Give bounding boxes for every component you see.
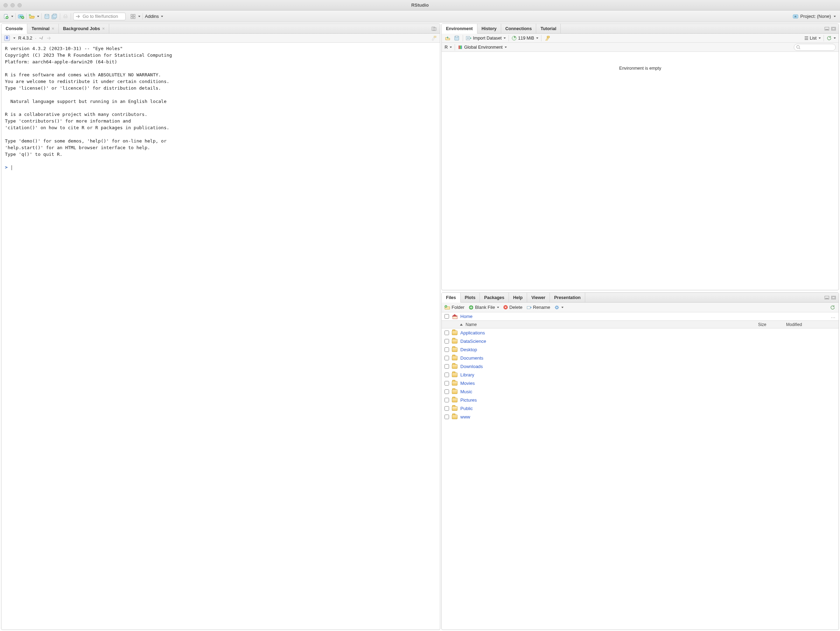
delete-button[interactable]: Delete bbox=[503, 305, 523, 310]
window-minimize-button[interactable] bbox=[11, 3, 15, 7]
panel-popout-icon[interactable] bbox=[431, 25, 437, 32]
file-checkbox[interactable] bbox=[445, 356, 449, 360]
text-cursor bbox=[11, 165, 12, 170]
env-scope-bar: R Global Environment bbox=[442, 43, 838, 52]
save-button[interactable] bbox=[44, 13, 50, 20]
file-name-link[interactable]: Downloads bbox=[460, 364, 483, 369]
breadcrumb-home[interactable]: Home bbox=[460, 314, 472, 319]
file-row: Desktop bbox=[442, 345, 838, 354]
tab-background-jobs[interactable]: Background Jobs× bbox=[59, 24, 109, 33]
panel-minimize-icon[interactable] bbox=[824, 296, 829, 299]
file-checkbox[interactable] bbox=[445, 406, 449, 411]
file-checkbox[interactable] bbox=[445, 389, 449, 394]
tab-console[interactable]: Console bbox=[2, 24, 27, 33]
env-empty-state: Environment is empty bbox=[442, 52, 838, 290]
window-zoom-button[interactable] bbox=[17, 3, 22, 7]
tab-viewer[interactable]: Viewer bbox=[527, 293, 550, 302]
console-output[interactable]: R version 4.3.2 (2023-10-31) -- "Eye Hol… bbox=[2, 43, 440, 629]
save-all-button[interactable] bbox=[51, 13, 58, 20]
main-toolbar: R Go to file/function bbox=[0, 11, 840, 22]
rename-button[interactable]: Rename bbox=[527, 305, 550, 310]
svg-point-30 bbox=[797, 46, 799, 48]
tab-history[interactable]: History bbox=[477, 24, 501, 33]
close-icon[interactable]: × bbox=[102, 26, 105, 31]
header-name[interactable]: Name bbox=[466, 322, 477, 327]
dropdown-caret-icon[interactable] bbox=[13, 38, 16, 39]
env-scope-dropdown[interactable]: Global Environment bbox=[458, 45, 507, 50]
tab-plots[interactable]: Plots bbox=[461, 293, 480, 302]
memory-usage-button[interactable]: 119 MiB bbox=[512, 36, 538, 41]
clear-env-icon[interactable] bbox=[544, 35, 551, 41]
env-search-input[interactable] bbox=[794, 44, 836, 51]
more-button[interactable] bbox=[554, 305, 564, 310]
tab-presentation[interactable]: Presentation bbox=[550, 293, 585, 302]
dropdown-caret-icon bbox=[505, 47, 507, 48]
tab-environment[interactable]: Environment bbox=[442, 24, 477, 33]
refresh-files-icon[interactable] bbox=[829, 304, 836, 311]
r-lang-icon[interactable]: R bbox=[4, 35, 10, 41]
panel-maximize-icon[interactable] bbox=[831, 296, 836, 299]
header-modified[interactable]: Modified bbox=[786, 322, 802, 327]
file-checkbox[interactable] bbox=[445, 364, 449, 369]
sort-asc-icon[interactable] bbox=[460, 324, 463, 326]
open-file-button[interactable] bbox=[29, 13, 35, 20]
tab-packages[interactable]: Packages bbox=[480, 293, 509, 302]
dropdown-caret-icon[interactable] bbox=[37, 16, 39, 17]
file-name-link[interactable]: Music bbox=[460, 389, 472, 394]
file-name-link[interactable]: Desktop bbox=[460, 347, 477, 352]
addins-dropdown[interactable]: Addins bbox=[145, 14, 163, 19]
close-icon[interactable]: × bbox=[51, 26, 54, 31]
grid-button[interactable] bbox=[130, 13, 136, 20]
tab-connections[interactable]: Connections bbox=[501, 24, 537, 33]
breadcrumb-more-icon[interactable]: … bbox=[831, 314, 836, 319]
file-checkbox[interactable] bbox=[445, 381, 449, 386]
goto-file-input[interactable]: Go to file/function bbox=[73, 13, 126, 20]
dropdown-caret-icon bbox=[834, 16, 836, 17]
tab-help[interactable]: Help bbox=[509, 293, 527, 302]
project-icon: R bbox=[793, 14, 798, 19]
refresh-button[interactable] bbox=[827, 36, 836, 41]
file-checkbox[interactable] bbox=[445, 347, 449, 352]
dropdown-caret-icon[interactable] bbox=[138, 16, 141, 17]
lang-dropdown[interactable]: R bbox=[445, 45, 452, 50]
file-row: Public bbox=[442, 404, 838, 413]
file-name-link[interactable]: www bbox=[460, 414, 470, 419]
file-checkbox[interactable] bbox=[445, 398, 449, 402]
new-project-button[interactable]: R bbox=[18, 13, 24, 20]
tab-files[interactable]: Files bbox=[442, 293, 461, 302]
file-name-link[interactable]: Applications bbox=[460, 330, 485, 335]
new-folder-button[interactable]: Folder bbox=[445, 305, 464, 310]
file-checkbox[interactable] bbox=[445, 414, 449, 419]
clear-console-icon[interactable] bbox=[431, 35, 437, 41]
print-button[interactable] bbox=[62, 13, 69, 20]
header-size[interactable]: Size bbox=[758, 322, 766, 327]
file-name-link[interactable]: Documents bbox=[460, 356, 483, 361]
file-name-link[interactable]: DataScience bbox=[460, 338, 486, 344]
file-checkbox[interactable] bbox=[445, 339, 449, 343]
dropdown-caret-icon[interactable] bbox=[11, 16, 13, 17]
file-name-link[interactable]: Library bbox=[460, 372, 474, 378]
window-close-button[interactable] bbox=[3, 3, 8, 7]
select-all-checkbox[interactable] bbox=[445, 314, 449, 319]
new-file-button[interactable] bbox=[3, 13, 9, 20]
file-name-link[interactable]: Movies bbox=[460, 381, 475, 386]
load-workspace-icon[interactable] bbox=[445, 35, 451, 41]
home-icon[interactable] bbox=[452, 314, 458, 319]
panel-minimize-icon[interactable] bbox=[824, 27, 829, 30]
files-toolbar: Folder Blank File Delete Rename bbox=[442, 302, 838, 312]
panel-maximize-icon[interactable] bbox=[831, 27, 836, 30]
open-dir-icon[interactable] bbox=[46, 35, 52, 41]
save-workspace-icon[interactable] bbox=[453, 35, 460, 41]
view-mode-dropdown[interactable]: List bbox=[804, 36, 821, 41]
delete-label: Delete bbox=[509, 305, 523, 310]
file-checkbox[interactable] bbox=[445, 373, 449, 377]
import-dataset-button[interactable]: Import Dataset bbox=[466, 36, 506, 41]
project-picker[interactable]: R Project: (None) bbox=[791, 13, 837, 20]
new-blank-file-button[interactable]: Blank File bbox=[469, 305, 499, 310]
tab-terminal[interactable]: Terminal× bbox=[27, 24, 59, 33]
file-name-link[interactable]: Pictures bbox=[460, 397, 477, 403]
file-checkbox[interactable] bbox=[445, 331, 449, 335]
svg-rect-34 bbox=[527, 307, 530, 309]
file-name-link[interactable]: Public bbox=[460, 406, 472, 411]
tab-tutorial[interactable]: Tutorial bbox=[536, 24, 561, 33]
